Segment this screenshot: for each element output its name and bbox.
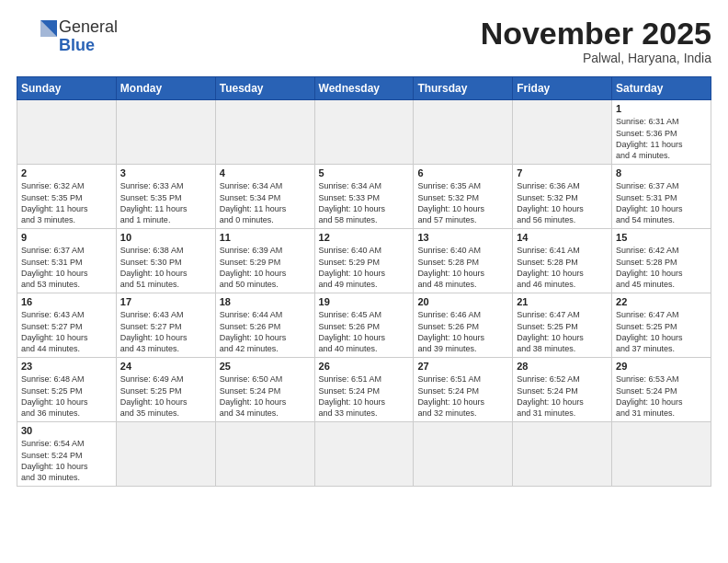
day-number: 9 — [21, 232, 112, 243]
calendar-subtitle: Palwal, Haryana, India — [481, 51, 711, 65]
day-number: 13 — [417, 232, 508, 243]
day-info: Sunrise: 6:33 AMSunset: 5:35 PMDaylight:… — [120, 180, 211, 225]
day-number: 5 — [319, 167, 410, 178]
calendar-week-row: 23Sunrise: 6:48 AMSunset: 5:25 PMDayligh… — [17, 358, 711, 422]
day-number: 21 — [517, 296, 608, 307]
calendar-cell — [314, 100, 414, 165]
day-info: Sunrise: 6:52 AMSunset: 5:24 PMDaylight:… — [517, 373, 608, 419]
calendar-cell: 8Sunrise: 6:37 AMSunset: 5:31 PMDaylight… — [612, 165, 711, 229]
calendar-cell — [513, 422, 612, 487]
weekday-header: Wednesday — [314, 77, 414, 100]
calendar-cell: 22Sunrise: 6:47 AMSunset: 5:25 PMDayligh… — [612, 293, 711, 358]
day-info: Sunrise: 6:37 AMSunset: 5:31 PMDaylight:… — [21, 245, 112, 290]
day-info: Sunrise: 6:50 AMSunset: 5:24 PMDaylight:… — [220, 373, 311, 419]
weekday-header: Friday — [513, 77, 612, 100]
calendar-cell: 1Sunrise: 6:31 AMSunset: 5:36 PMDaylight… — [612, 100, 711, 165]
page: General Blue November 2025 Palwal, Harya… — [0, 0, 728, 563]
calendar-cell: 27Sunrise: 6:51 AMSunset: 5:24 PMDayligh… — [414, 358, 513, 422]
logo-text: General Blue — [59, 18, 118, 55]
calendar-cell — [612, 422, 711, 487]
day-number: 12 — [319, 232, 410, 243]
day-info: Sunrise: 6:43 AMSunset: 5:27 PMDaylight:… — [120, 309, 211, 354]
calendar-cell: 6Sunrise: 6:35 AMSunset: 5:32 PMDaylight… — [414, 165, 513, 229]
title-block: November 2025 Palwal, Haryana, India — [481, 17, 711, 65]
weekday-header: Thursday — [414, 77, 513, 100]
calendar-week-row: 30Sunrise: 6:54 AMSunset: 5:24 PMDayligh… — [17, 422, 711, 487]
day-number: 2 — [21, 167, 112, 178]
day-number: 28 — [517, 361, 608, 372]
calendar-cell — [215, 422, 314, 487]
day-info: Sunrise: 6:47 AMSunset: 5:25 PMDaylight:… — [517, 309, 608, 354]
day-info: Sunrise: 6:42 AMSunset: 5:28 PMDaylight:… — [616, 245, 707, 290]
day-number: 26 — [319, 361, 410, 372]
day-number: 15 — [616, 232, 707, 243]
calendar-cell: 3Sunrise: 6:33 AMSunset: 5:35 PMDaylight… — [116, 165, 215, 229]
calendar-cell: 24Sunrise: 6:49 AMSunset: 5:25 PMDayligh… — [116, 358, 215, 422]
day-number: 11 — [220, 232, 311, 243]
day-info: Sunrise: 6:36 AMSunset: 5:32 PMDaylight:… — [517, 180, 608, 225]
calendar-cell: 30Sunrise: 6:54 AMSunset: 5:24 PMDayligh… — [17, 422, 117, 487]
calendar-title: November 2025 — [481, 17, 711, 51]
day-number: 10 — [120, 232, 211, 243]
calendar-cell — [116, 100, 215, 165]
calendar-cell — [215, 100, 314, 165]
calendar-cell — [116, 422, 215, 487]
day-number: 7 — [517, 167, 608, 178]
calendar-week-row: 1Sunrise: 6:31 AMSunset: 5:36 PMDaylight… — [17, 100, 711, 165]
calendar-cell: 17Sunrise: 6:43 AMSunset: 5:27 PMDayligh… — [116, 293, 215, 358]
day-info: Sunrise: 6:40 AMSunset: 5:28 PMDaylight:… — [417, 245, 508, 290]
day-number: 24 — [120, 361, 211, 372]
day-info: Sunrise: 6:54 AMSunset: 5:24 PMDaylight:… — [21, 438, 112, 483]
day-number: 22 — [616, 296, 707, 307]
calendar-week-row: 16Sunrise: 6:43 AMSunset: 5:27 PMDayligh… — [17, 293, 711, 358]
day-info: Sunrise: 6:45 AMSunset: 5:26 PMDaylight:… — [319, 309, 410, 354]
day-number: 19 — [319, 296, 410, 307]
day-number: 3 — [120, 167, 211, 178]
weekday-header: Saturday — [612, 77, 711, 100]
calendar-cell: 14Sunrise: 6:41 AMSunset: 5:28 PMDayligh… — [513, 229, 612, 293]
calendar-cell: 25Sunrise: 6:50 AMSunset: 5:24 PMDayligh… — [215, 358, 314, 422]
weekday-header: Monday — [116, 77, 215, 100]
day-number: 14 — [517, 232, 608, 243]
weekday-header-row: SundayMondayTuesdayWednesdayThursdayFrid… — [17, 77, 711, 100]
day-number: 27 — [417, 361, 508, 372]
calendar-cell: 19Sunrise: 6:45 AMSunset: 5:26 PMDayligh… — [314, 293, 414, 358]
day-number: 29 — [616, 361, 707, 372]
weekday-header: Sunday — [17, 77, 117, 100]
day-number: 20 — [417, 296, 508, 307]
day-info: Sunrise: 6:34 AMSunset: 5:33 PMDaylight:… — [319, 180, 410, 225]
header: General Blue November 2025 Palwal, Harya… — [17, 17, 711, 65]
calendar-cell — [17, 100, 117, 165]
day-number: 6 — [417, 167, 508, 178]
calendar-week-row: 2Sunrise: 6:32 AMSunset: 5:35 PMDaylight… — [17, 165, 711, 229]
day-number: 1 — [616, 103, 707, 114]
calendar-cell: 12Sunrise: 6:40 AMSunset: 5:29 PMDayligh… — [314, 229, 414, 293]
calendar-table: SundayMondayTuesdayWednesdayThursdayFrid… — [17, 76, 711, 487]
calendar-cell — [414, 100, 513, 165]
calendar-cell — [414, 422, 513, 487]
calendar-cell: 28Sunrise: 6:52 AMSunset: 5:24 PMDayligh… — [513, 358, 612, 422]
weekday-header: Tuesday — [215, 77, 314, 100]
day-number: 16 — [21, 296, 112, 307]
day-info: Sunrise: 6:40 AMSunset: 5:29 PMDaylight:… — [319, 245, 410, 290]
day-number: 8 — [616, 167, 707, 178]
calendar-cell: 4Sunrise: 6:34 AMSunset: 5:34 PMDaylight… — [215, 165, 314, 229]
calendar-cell: 2Sunrise: 6:32 AMSunset: 5:35 PMDaylight… — [17, 165, 117, 229]
calendar-cell: 29Sunrise: 6:53 AMSunset: 5:24 PMDayligh… — [612, 358, 711, 422]
day-info: Sunrise: 6:51 AMSunset: 5:24 PMDaylight:… — [319, 373, 410, 419]
logo: General Blue — [17, 17, 118, 57]
day-info: Sunrise: 6:43 AMSunset: 5:27 PMDaylight:… — [21, 309, 112, 354]
calendar-cell: 21Sunrise: 6:47 AMSunset: 5:25 PMDayligh… — [513, 293, 612, 358]
day-number: 23 — [21, 361, 112, 372]
day-info: Sunrise: 6:53 AMSunset: 5:24 PMDaylight:… — [616, 373, 707, 419]
logo-graphic: General Blue — [17, 17, 118, 57]
day-info: Sunrise: 6:32 AMSunset: 5:35 PMDaylight:… — [21, 180, 112, 225]
calendar-week-row: 9Sunrise: 6:37 AMSunset: 5:31 PMDaylight… — [17, 229, 711, 293]
calendar-cell — [513, 100, 612, 165]
calendar-cell: 9Sunrise: 6:37 AMSunset: 5:31 PMDaylight… — [17, 229, 117, 293]
day-info: Sunrise: 6:46 AMSunset: 5:26 PMDaylight:… — [417, 309, 508, 354]
calendar-cell: 10Sunrise: 6:38 AMSunset: 5:30 PMDayligh… — [116, 229, 215, 293]
calendar-cell: 23Sunrise: 6:48 AMSunset: 5:25 PMDayligh… — [17, 358, 117, 422]
day-number: 4 — [220, 167, 311, 178]
day-info: Sunrise: 6:35 AMSunset: 5:32 PMDaylight:… — [417, 180, 508, 225]
